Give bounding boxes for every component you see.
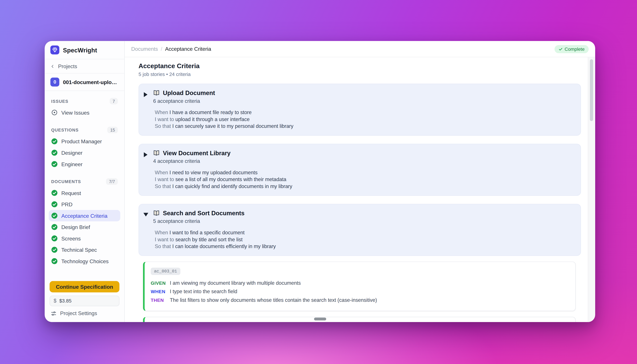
section-documents: DOCUMENTS 7/7	[49, 174, 120, 187]
story-title: View Document Library	[163, 150, 230, 156]
story-when-line: When I have a document file ready to sto…	[155, 109, 293, 116]
section-count-badge: 7/7	[106, 178, 118, 185]
section-label: DOCUMENTS	[51, 179, 81, 184]
story-title: Upload Document	[163, 90, 215, 96]
sidebar-item-label: Design Brief	[62, 224, 90, 230]
project-settings-button[interactable]: Project Settings	[50, 310, 120, 316]
sidebar-item-label: Designer	[62, 150, 82, 156]
check-icon	[558, 47, 562, 51]
chevron-left-icon	[51, 64, 54, 68]
criterion-id-chip: ac_003_01	[151, 268, 180, 275]
app-logo	[50, 46, 60, 54]
check-circle-icon	[51, 212, 58, 219]
sidebar-item-label: Screens	[62, 235, 81, 242]
status-badge: Complete	[554, 45, 588, 53]
sidebar-item-technology-choices[interactable]: Technology Choices	[49, 256, 120, 267]
check-circle-icon	[51, 235, 58, 242]
sidebar-item-label: View Issues	[62, 110, 90, 116]
section-questions: QUESTIONS 15	[49, 123, 120, 136]
sidebar-item-label: PRD	[62, 201, 72, 207]
project-item[interactable]: 0 001-document-upload-and...	[44, 74, 124, 91]
job-story-card[interactable]: View Document Library 4 acceptance crite…	[138, 144, 581, 196]
desktop-background: SpecWright Projects 0 001-document-uploa…	[0, 0, 637, 364]
check-circle-icon	[51, 150, 58, 156]
criterion-given-row: GIVEN I am viewing my document library w…	[151, 280, 569, 286]
sidebar-item-engineer[interactable]: Engineer	[49, 158, 120, 170]
story-want-line: I want to search by title and sort the l…	[155, 236, 276, 243]
gem-icon	[52, 47, 58, 53]
breadcrumb-current: Acceptance Criteria	[165, 46, 211, 52]
story-so-line: So that I can locate documents efficient…	[155, 243, 276, 250]
project-name: 001-document-upload-and...	[63, 79, 119, 85]
check-circle-icon	[51, 138, 58, 144]
sidebar-item-prd[interactable]: PRD	[49, 199, 120, 210]
sidebar-item-acceptance-criteria[interactable]: Acceptance Criteria	[49, 210, 120, 222]
story-title: Search and Sort Documents	[163, 210, 244, 216]
content-area: Acceptance Criteria 5 job stories • 24 c…	[125, 57, 595, 322]
breadcrumb-separator: /	[161, 46, 162, 52]
open-book-icon	[153, 210, 160, 216]
sidebar-item-label: Technical Spec	[62, 247, 97, 253]
continue-specification-button[interactable]: Continue Specification	[50, 281, 120, 292]
check-circle-icon	[51, 201, 58, 208]
breadcrumb: Documents / Acceptance Criteria	[131, 46, 211, 52]
check-circle-icon	[51, 246, 58, 253]
story-want-line: I want to upload it through a user inter…	[155, 116, 293, 123]
acceptance-criterion-card: ac_003_02 GIVEN I have entered search te…	[143, 317, 576, 322]
project-avatar: 0	[50, 78, 60, 86]
check-circle-icon	[51, 161, 58, 167]
settings-label: Project Settings	[60, 310, 97, 316]
sidebar-item-product-manager[interactable]: Product Manager	[49, 136, 120, 147]
main-panel: Documents / Acceptance Criteria Complete…	[125, 41, 595, 322]
page-subtitle: 5 job stories • 24 criteria	[138, 72, 581, 77]
cost-indicator: $ $3.85	[50, 296, 120, 306]
sidebar-item-technical-spec[interactable]: Technical Spec	[49, 244, 120, 256]
job-story-card[interactable]: Search and Sort Documents 5 acceptance c…	[138, 204, 581, 256]
scrollbar-thumb[interactable]	[590, 59, 593, 121]
drag-handle[interactable]	[314, 318, 326, 320]
page-title: Acceptance Criteria	[138, 62, 581, 70]
cost-value: $3.85	[59, 298, 72, 304]
section-label: ISSUES	[51, 99, 68, 104]
story-criteria-count: 6 acceptance criteria	[153, 98, 293, 104]
scrollbar-track[interactable]	[588, 57, 595, 322]
back-to-projects[interactable]: Projects	[44, 59, 124, 74]
sidebar-item-label: Engineer	[62, 161, 82, 167]
check-circle-icon	[51, 224, 58, 230]
story-criteria-count: 5 acceptance criteria	[153, 218, 276, 224]
check-circle-icon	[51, 190, 58, 196]
section-label: QUESTIONS	[51, 128, 79, 132]
sidebar-item-view-issues[interactable]: View Issues	[49, 107, 120, 118]
sidebar-item-designer[interactable]: Designer	[49, 147, 120, 158]
check-circle-icon	[51, 258, 58, 264]
sidebar-item-label: Technology Choices	[62, 258, 109, 264]
main-header: Documents / Acceptance Criteria Complete	[125, 41, 595, 57]
sliders-icon	[51, 310, 56, 316]
breadcrumb-documents[interactable]: Documents	[131, 46, 158, 52]
triangle-right-icon[interactable]	[143, 90, 150, 130]
story-so-line: So that I can quickly find and identify …	[155, 183, 292, 190]
criterion-then-row: THEN The list filters to show only docum…	[151, 297, 569, 304]
criterion-when-row: WHEN I type text into the search field	[151, 289, 569, 295]
story-criteria-count: 4 acceptance criteria	[153, 158, 292, 164]
job-story-card[interactable]: Upload Document 6 acceptance criteria Wh…	[138, 84, 581, 136]
sidebar: SpecWright Projects 0 001-document-uploa…	[44, 41, 124, 322]
triangle-down-icon[interactable]	[143, 210, 150, 250]
open-book-icon	[153, 150, 160, 156]
sidebar-header: SpecWright	[44, 41, 124, 59]
story-when-line: When I want to find a specific document	[155, 230, 276, 236]
acceptance-criterion-card: ac_003_01 GIVEN I am viewing my document…	[143, 262, 576, 311]
story-so-line: So that I can securely save it to my per…	[155, 123, 293, 130]
story-want-line: I want to see a list of all my documents…	[155, 176, 292, 183]
section-count-badge: 7	[110, 98, 118, 104]
back-label: Projects	[58, 63, 77, 69]
dollar-icon: $	[54, 298, 56, 304]
sidebar-item-design-brief[interactable]: Design Brief	[49, 222, 120, 233]
sidebar-nav: ISSUES 7 View Issues QUESTIONS 15	[44, 91, 124, 281]
sidebar-item-request[interactable]: Request	[49, 187, 120, 199]
scroll-content: Acceptance Criteria 5 job stories • 24 c…	[125, 57, 588, 322]
open-book-icon	[153, 90, 160, 96]
sidebar-item-screens[interactable]: Screens	[49, 233, 120, 244]
triangle-right-icon[interactable]	[143, 150, 150, 190]
app-title: SpecWright	[63, 46, 97, 54]
